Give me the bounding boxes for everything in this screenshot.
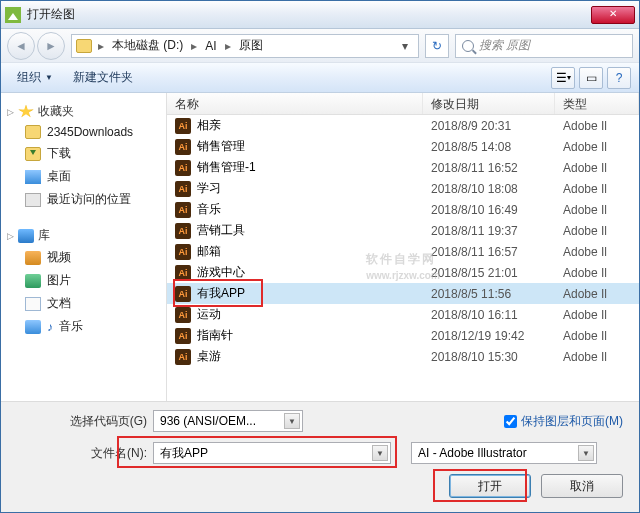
file-name: 有我APP xyxy=(197,285,245,302)
file-date: 2018/8/10 16:11 xyxy=(423,308,555,322)
crumb-p1[interactable]: AI xyxy=(199,35,222,57)
crumb-p2[interactable]: 原图 xyxy=(233,35,269,57)
library-icon xyxy=(18,229,34,243)
file-row[interactable]: Ai指南针2018/12/19 19:42Adobe Il xyxy=(167,325,639,346)
file-type: Adobe Il xyxy=(555,350,639,364)
ai-file-icon: Ai xyxy=(175,181,191,197)
close-button[interactable]: ✕ xyxy=(591,6,635,24)
file-type: Adobe Il xyxy=(555,329,639,343)
open-button[interactable]: 打开 xyxy=(449,474,531,498)
file-list[interactable]: 软件自学网www.rjzxw.com Ai相亲2018/8/9 20:31Ado… xyxy=(167,115,639,401)
search-input[interactable]: 搜索 原图 xyxy=(455,34,633,58)
bottom-panel: 选择代码页(G) 936 (ANSI/OEM...▼ 保持图层和页面(M) 文件… xyxy=(1,401,639,512)
view-options-button[interactable]: ☰▾ xyxy=(551,67,575,89)
file-row[interactable]: Ai销售管理2018/8/5 14:08Adobe Il xyxy=(167,136,639,157)
codepage-label: 选择代码页(G) xyxy=(17,413,147,430)
sidebar-item[interactable]: 2345Downloads xyxy=(5,122,162,142)
sidebar-favorites[interactable]: ▷收藏夹 xyxy=(5,101,162,122)
help-button[interactable]: ? xyxy=(607,67,631,89)
sidebar-item[interactable]: 视频 xyxy=(5,246,162,269)
ai-file-icon: Ai xyxy=(175,349,191,365)
file-row[interactable]: Ai学习2018/8/10 18:08Adobe Il xyxy=(167,178,639,199)
file-row[interactable]: Ai邮箱2018/8/11 16:57Adobe Il xyxy=(167,241,639,262)
sidebar-item[interactable]: 文档 xyxy=(5,292,162,315)
sidebar: ▷收藏夹 2345Downloads 下载 桌面 最近访问的位置 ▷库 视频 图… xyxy=(1,93,167,401)
organize-button[interactable]: 组织▼ xyxy=(9,66,61,89)
col-type[interactable]: 类型 xyxy=(555,93,639,114)
file-row[interactable]: Ai音乐2018/8/10 16:49Adobe Il xyxy=(167,199,639,220)
file-name: 学习 xyxy=(197,180,221,197)
file-type: Adobe Il xyxy=(555,140,639,154)
file-date: 2018/8/10 18:08 xyxy=(423,182,555,196)
new-folder-button[interactable]: 新建文件夹 xyxy=(65,66,141,89)
photo-icon xyxy=(25,274,41,288)
cancel-button[interactable]: 取消 xyxy=(541,474,623,498)
sidebar-item[interactable]: 桌面 xyxy=(5,165,162,188)
ai-file-icon: Ai xyxy=(175,244,191,260)
crumb-drive[interactable]: 本地磁盘 (D:) xyxy=(106,35,189,57)
filename-label: 文件名(N): xyxy=(17,445,147,462)
file-type: Adobe Il xyxy=(555,308,639,322)
col-date[interactable]: 修改日期 xyxy=(423,93,555,114)
file-row[interactable]: Ai相亲2018/8/9 20:31Adobe Il xyxy=(167,115,639,136)
music-icon xyxy=(25,320,41,334)
preserve-check-input[interactable] xyxy=(504,415,517,428)
recent-icon xyxy=(25,193,41,207)
file-row[interactable]: Ai桌游2018/8/10 15:30Adobe Il xyxy=(167,346,639,367)
refresh-button[interactable]: ↻ xyxy=(425,34,449,58)
file-type: Adobe Il xyxy=(555,182,639,196)
sidebar-item[interactable]: 下载 xyxy=(5,142,162,165)
file-row[interactable]: Ai销售管理-12018/8/11 16:52Adobe Il xyxy=(167,157,639,178)
document-icon xyxy=(25,297,41,311)
window-title: 打开绘图 xyxy=(27,6,591,23)
sidebar-item[interactable]: ♪音乐 xyxy=(5,315,162,338)
file-pane: 名称 修改日期 类型 软件自学网www.rjzxw.com Ai相亲2018/8… xyxy=(167,93,639,401)
video-icon xyxy=(25,251,41,265)
file-date: 2018/8/5 11:56 xyxy=(423,287,555,301)
file-name: 营销工具 xyxy=(197,222,245,239)
sidebar-item[interactable]: 最近访问的位置 xyxy=(5,188,162,211)
file-date: 2018/8/15 21:01 xyxy=(423,266,555,280)
file-date: 2018/8/5 14:08 xyxy=(423,140,555,154)
app-icon xyxy=(5,7,21,23)
ai-file-icon: Ai xyxy=(175,202,191,218)
file-date: 2018/8/11 19:37 xyxy=(423,224,555,238)
filter-combo[interactable]: AI - Adobe Illustrator▼ xyxy=(411,442,597,464)
file-type: Adobe Il xyxy=(555,161,639,175)
file-date: 2018/12/19 19:42 xyxy=(423,329,555,343)
filename-input[interactable]: 有我APP▼ xyxy=(153,442,391,464)
sidebar-item[interactable]: 图片 xyxy=(5,269,162,292)
file-date: 2018/8/11 16:57 xyxy=(423,245,555,259)
breadcrumb[interactable]: ▸ 本地磁盘 (D:) ▸ AI ▸ 原图 ▾ xyxy=(71,34,419,58)
file-name: 桌游 xyxy=(197,348,221,365)
desktop-icon xyxy=(25,170,41,184)
codepage-combo[interactable]: 936 (ANSI/OEM...▼ xyxy=(153,410,303,432)
forward-button[interactable]: ► xyxy=(37,32,65,60)
nav-row: ◄ ► ▸ 本地磁盘 (D:) ▸ AI ▸ 原图 ▾ ↻ 搜索 原图 xyxy=(1,29,639,63)
ai-file-icon: Ai xyxy=(175,328,191,344)
crumb-dropdown[interactable]: ▾ xyxy=(396,39,414,53)
file-date: 2018/8/10 16:49 xyxy=(423,203,555,217)
ai-file-icon: Ai xyxy=(175,160,191,176)
col-name[interactable]: 名称 xyxy=(167,93,423,114)
file-row[interactable]: Ai营销工具2018/8/11 19:37Adobe Il xyxy=(167,220,639,241)
preview-pane-button[interactable]: ▭ xyxy=(579,67,603,89)
ai-file-icon: Ai xyxy=(175,307,191,323)
ai-file-icon: Ai xyxy=(175,139,191,155)
preserve-checkbox[interactable]: 保持图层和页面(M) xyxy=(504,413,623,430)
chevron-icon: ▸ xyxy=(223,39,233,53)
file-name: 运动 xyxy=(197,306,221,323)
file-type: Adobe Il xyxy=(555,266,639,280)
search-placeholder: 搜索 原图 xyxy=(479,37,530,54)
file-row[interactable]: Ai运动2018/8/10 16:11Adobe Il xyxy=(167,304,639,325)
open-dialog: 打开绘图 ✕ ◄ ► ▸ 本地磁盘 (D:) ▸ AI ▸ 原图 ▾ ↻ 搜索 … xyxy=(0,0,640,513)
chevron-icon: ▸ xyxy=(189,39,199,53)
file-type: Adobe Il xyxy=(555,203,639,217)
file-row[interactable]: Ai有我APP2018/8/5 11:56Adobe Il xyxy=(167,283,639,304)
file-row[interactable]: Ai游戏中心2018/8/15 21:01Adobe Il xyxy=(167,262,639,283)
back-button[interactable]: ◄ xyxy=(7,32,35,60)
search-icon xyxy=(462,40,474,52)
titlebar: 打开绘图 ✕ xyxy=(1,1,639,29)
sidebar-library[interactable]: ▷库 xyxy=(5,225,162,246)
file-name: 音乐 xyxy=(197,201,221,218)
